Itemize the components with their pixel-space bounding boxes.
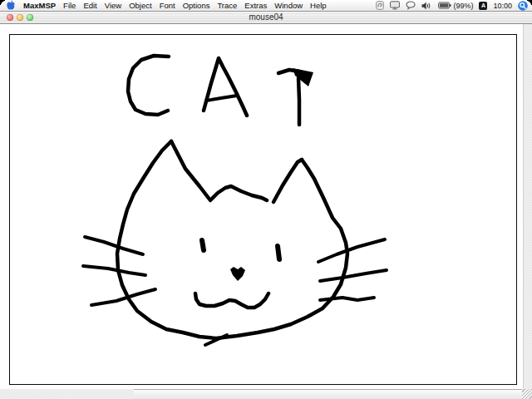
classic-icon[interactable] xyxy=(376,1,384,10)
screen-corner-top-right xyxy=(527,0,532,5)
menu-font[interactable]: Font xyxy=(160,1,175,10)
menu-extras[interactable]: Extras xyxy=(244,1,267,10)
window-title: mouse04 xyxy=(0,12,532,23)
window-title-bar[interactable]: mouse04 xyxy=(0,12,532,24)
battery-percentage: (99%) xyxy=(453,2,473,10)
keyboard-input-icon[interactable]: A xyxy=(479,2,487,10)
battery-icon xyxy=(438,2,451,9)
zoom-button[interactable] xyxy=(27,14,33,21)
menu-object[interactable]: Object xyxy=(129,1,151,10)
screen: MaxMSP File Edit View Object Font Option… xyxy=(0,0,532,399)
minimize-button[interactable] xyxy=(17,14,23,21)
app-menu-maxmsp[interactable]: MaxMSP xyxy=(23,1,56,10)
close-button[interactable] xyxy=(7,14,13,21)
menu-window[interactable]: Window xyxy=(274,1,303,10)
menu-bar-clock[interactable]: 10:00 xyxy=(493,2,512,10)
menu-edit[interactable]: Edit xyxy=(83,1,96,10)
screen-corner-top-left xyxy=(0,0,5,5)
battery-menu-extra[interactable]: (99%) xyxy=(438,2,473,10)
apple-menu[interactable] xyxy=(6,0,16,11)
menu-bar: MaxMSP File Edit View Object Font Option… xyxy=(0,0,532,12)
bottom-left-pinstripe-area xyxy=(0,389,134,399)
menu-extras-status-area: (99%) A 10:00 xyxy=(376,1,528,11)
drawing-canvas[interactable] xyxy=(9,34,517,385)
volume-icon[interactable] xyxy=(421,2,432,10)
apple-icon xyxy=(6,0,16,11)
menu-file[interactable]: File xyxy=(63,1,76,10)
resize-grip[interactable] xyxy=(522,389,532,399)
menu-view[interactable]: View xyxy=(105,1,121,10)
ichat-icon[interactable] xyxy=(406,1,416,10)
menu-help[interactable]: Help xyxy=(310,1,327,10)
horizontal-scrollbar[interactable] xyxy=(134,389,532,399)
menu-trace[interactable]: Trace xyxy=(217,1,237,10)
vertical-scrollbar[interactable] xyxy=(523,24,532,389)
displays-icon[interactable] xyxy=(390,1,400,10)
menu-options[interactable]: Options xyxy=(183,1,210,10)
